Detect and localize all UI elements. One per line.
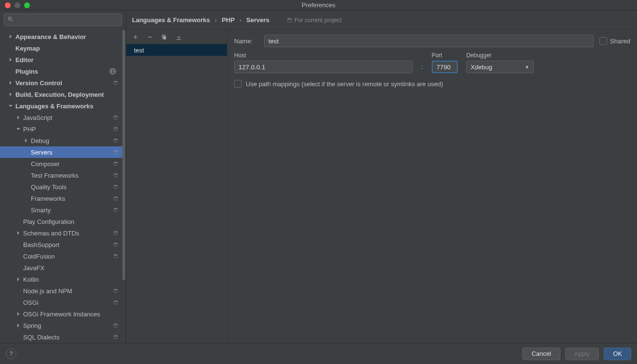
sidebar-item-javascript[interactable]: JavaScript [0,112,123,123]
sidebar-item-plugins[interactable]: Plugins1 [0,65,123,77]
svg-rect-9 [114,151,118,152]
add-icon[interactable] [131,33,140,41]
sidebar-item-languages-frameworks[interactable]: Languages & Frameworks [0,100,123,112]
sidebar-item-servers[interactable]: Servers [0,146,123,158]
svg-rect-33 [114,336,118,337]
svg-rect-23 [114,243,118,245]
path-mappings-checkbox[interactable]: Use path mappings (select if the server … [234,80,630,88]
chevron-right-icon [8,57,13,63]
sidebar-item-smarty[interactable]: Smarty [0,204,123,216]
sidebar-item-sql-dialects[interactable]: SQL Dialects [0,331,123,343]
sidebar-scrollbar[interactable] [122,30,125,280]
port-label: Port [432,52,458,59]
sidebar-item-node-js-and-npm[interactable]: Node.js and NPM [0,285,123,297]
help-button[interactable]: ? [6,349,16,359]
sidebar-item-label: Test Frameworks [31,172,112,179]
sidebar-item-test-frameworks[interactable]: Test Frameworks [0,169,123,181]
project-indicator-icon [112,241,119,248]
breadcrumb-a[interactable]: Languages & Frameworks [132,16,210,24]
cancel-button[interactable]: Cancel [522,348,560,360]
chevron-down-icon [8,103,13,109]
svg-rect-35 [288,18,292,20]
sidebar-item-osgi-framework-instances[interactable]: OSGi Framework Instances [0,308,123,320]
sidebar-item-label: Node.js and NPM [23,287,112,295]
sidebar-item-keymap[interactable]: Keymap [0,42,123,54]
sidebar-item-label: ColdFusion [23,253,112,260]
sidebar-item-frameworks[interactable]: Frameworks [0,193,123,204]
sidebar-item-label: Frameworks [31,195,112,202]
svg-rect-19 [114,208,118,210]
content-header: Languages & Frameworks › PHP › Servers F… [126,11,637,30]
servers-list[interactable]: test [126,44,227,343]
colon: : [421,61,423,73]
sidebar-item-php[interactable]: PHP [0,123,123,135]
chevron-down-icon: ▼ [525,65,530,70]
ok-button[interactable]: OK [604,348,631,360]
shared-checkbox[interactable]: Shared [599,37,630,45]
chevron-right-icon [8,91,13,97]
host-field[interactable] [234,61,412,73]
sidebar-item-composer[interactable]: Composer [0,158,123,169]
sidebar-item-label: PHP [23,126,112,133]
search-box[interactable] [4,13,122,26]
sidebar-item-label: JavaScript [23,114,112,121]
sidebar-item-editor[interactable]: Editor [0,54,123,65]
copy-icon[interactable] [160,33,169,41]
sidebar-item-kotlin[interactable]: Kotlin [0,273,123,285]
svg-rect-25 [114,255,118,256]
chevron-right-icon [23,138,29,143]
svg-rect-1 [114,81,118,83]
sidebar-item-label: SQL Dialects [23,334,112,341]
breadcrumb-b[interactable]: PHP [222,16,235,24]
search-input[interactable] [16,16,119,23]
chevron-right-icon: › [239,16,241,24]
sidebar-item-bashsupport[interactable]: BashSupport [0,239,123,250]
sidebar-item-label: OSGi [23,299,112,306]
svg-rect-3 [114,116,118,117]
sidebar-item-osgi[interactable]: OSGi [0,297,123,308]
sidebar-item-label: Keymap [15,45,119,52]
project-indicator-icon [112,253,119,260]
apply-button[interactable]: Apply [565,348,599,360]
content: Languages & Frameworks › PHP › Servers F… [126,11,637,343]
sidebar-item-javafx[interactable]: JavaFX [0,262,123,273]
import-icon[interactable] [174,33,183,41]
sidebar-item-coldfusion[interactable]: ColdFusion [0,250,123,262]
sidebar-item-play-configuration[interactable]: Play Configuration [0,216,123,227]
project-indicator-icon [112,207,119,213]
sidebar-item-schemas-and-dtds[interactable]: Schemas and DTDs [0,227,123,239]
sidebar-item-quality-tools[interactable]: Quality Tools [0,181,123,193]
svg-rect-15 [114,185,118,187]
name-field[interactable] [264,35,594,47]
debugger-label: Debugger [466,52,534,59]
sidebar-item-label: Languages & Frameworks [15,103,119,110]
name-label: Name: [234,38,258,45]
sidebar: Appearance & BehaviorKeymapEditorPlugins… [0,11,126,343]
window-title: Preferences [0,1,637,9]
project-indicator-icon [112,183,119,190]
settings-tree[interactable]: Appearance & BehaviorKeymapEditorPlugins… [0,29,126,343]
debugger-select[interactable]: Xdebug ▼ [466,61,534,73]
svg-rect-11 [114,162,118,164]
svg-rect-17 [114,197,118,198]
remove-icon[interactable] [146,33,154,41]
project-indicator-icon [112,287,119,294]
sidebar-item-label: Smarty [31,207,112,214]
server-list-item[interactable]: test [126,44,227,56]
sidebar-item-version-control[interactable]: Version Control [0,77,123,89]
sidebar-item-build-execution-deployment[interactable]: Build, Execution, Deployment [0,89,123,100]
breadcrumb-c[interactable]: Servers [246,16,269,24]
sidebar-item-label: Play Configuration [23,218,119,225]
port-field[interactable] [432,61,458,73]
sidebar-item-debug[interactable]: Debug [0,135,123,146]
sidebar-item-label: Plugins [15,68,109,75]
project-indicator-icon [112,334,119,340]
path-mappings-label: Use path mappings (select if the server … [246,80,443,88]
sidebar-item-appearance-behavior[interactable]: Appearance & Behavior [0,31,123,42]
sidebar-item-label: Composer [31,160,112,168]
server-list-item-label: test [134,47,144,54]
chevron-right-icon [8,80,13,86]
shared-label: Shared [610,38,630,45]
checkbox-icon [234,80,242,88]
sidebar-item-spring[interactable]: Spring [0,320,123,331]
